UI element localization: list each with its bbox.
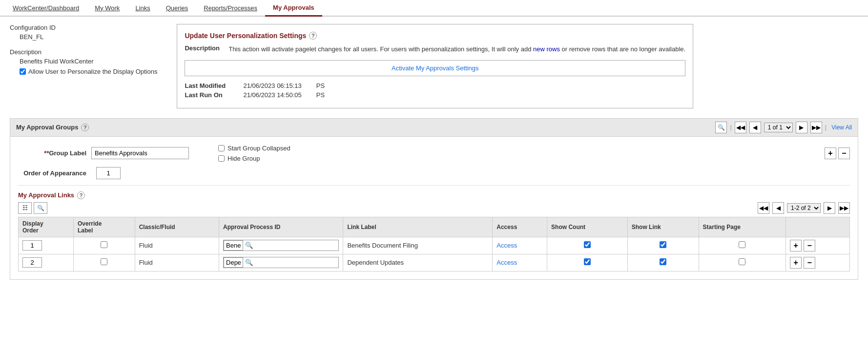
description-label: Description bbox=[10, 48, 157, 56]
links-toolbar-left: ☷ 🔍 bbox=[18, 202, 47, 214]
last-run-label: Last Run On bbox=[185, 91, 233, 99]
last-run-row: Last Run On 21/06/2023 14:50:05 PS bbox=[185, 91, 685, 99]
view-all-links-button[interactable]: ☷ bbox=[18, 202, 32, 214]
show-link-cell-1 bbox=[627, 237, 699, 254]
personalization-box: Update User Personalization Settings ? D… bbox=[177, 24, 693, 108]
starting-page-cell-1 bbox=[699, 237, 786, 254]
approval-groups-content: **Group Label Start Group Collapsed Hide… bbox=[10, 137, 858, 280]
th-override-label: OverrideLabel bbox=[74, 217, 135, 237]
pipe-separator2: | bbox=[825, 124, 827, 131]
last-modified-row: Last Modified 21/06/2023 06:15:13 PS bbox=[185, 82, 685, 89]
show-link-checkbox-1[interactable] bbox=[660, 241, 666, 248]
approval-groups-title: My Approval Groups ? bbox=[16, 124, 89, 131]
show-link-cell-2 bbox=[627, 254, 699, 271]
hide-group-checkbox[interactable] bbox=[218, 155, 225, 162]
add-row-btn-2[interactable]: + bbox=[790, 257, 802, 269]
process-id-search-btn-2[interactable]: 🔍 bbox=[243, 258, 255, 267]
classic-fluid-cell-1: Fluid bbox=[135, 237, 219, 254]
add-group-button[interactable]: + bbox=[825, 147, 836, 159]
description-row: Description This action will activate pa… bbox=[185, 44, 685, 54]
access-link-1[interactable]: Access bbox=[496, 242, 517, 249]
nav-mywork[interactable]: My Work bbox=[87, 0, 127, 16]
approval-links-title: My Approval Links ? bbox=[18, 191, 850, 199]
link-label-cell-2: Dependent Updates bbox=[343, 254, 493, 271]
remove-row-btn-1[interactable]: − bbox=[804, 240, 815, 251]
start-group-collapsed-checkbox[interactable] bbox=[218, 145, 225, 151]
links-toolbar: ☷ 🔍 ◀◀ ◀ 1-2 of 2 ▶ ▶▶ bbox=[18, 202, 850, 214]
search-groups-button[interactable]: 🔍 bbox=[715, 122, 727, 133]
th-actions bbox=[786, 217, 850, 237]
nav-myapprovals[interactable]: My Approvals bbox=[265, 0, 322, 17]
show-count-cell-1 bbox=[547, 237, 628, 254]
activate-button[interactable]: Activate My Approvals Settings bbox=[185, 60, 685, 76]
prev-page-button[interactable]: ◀ bbox=[749, 122, 761, 133]
order-label: Order of Appearance bbox=[18, 169, 86, 177]
approval-groups-help-icon[interactable]: ? bbox=[81, 124, 89, 131]
show-count-checkbox-2[interactable] bbox=[584, 258, 591, 265]
display-order-input-2[interactable] bbox=[22, 257, 42, 268]
show-count-cell-2 bbox=[547, 254, 628, 271]
nav-workcenter[interactable]: WorkCenter/Dashboard bbox=[5, 0, 87, 16]
add-row-btn-1[interactable]: + bbox=[790, 240, 802, 251]
process-id-search-2: 🔍 bbox=[223, 257, 339, 268]
config-id-label: Configuration ID bbox=[10, 24, 157, 31]
view-all-link[interactable]: View All bbox=[831, 124, 852, 131]
group-label-row: **Group Label Start Group Collapsed Hide… bbox=[18, 145, 850, 162]
th-show-link: Show Link bbox=[627, 217, 699, 237]
search-links-button[interactable]: 🔍 bbox=[34, 202, 47, 214]
links-prev-button[interactable]: ◀ bbox=[772, 202, 784, 214]
hide-group-label: Hide Group bbox=[227, 155, 260, 162]
links-first-button[interactable]: ◀◀ bbox=[758, 202, 769, 214]
last-run-user: PS bbox=[316, 91, 325, 99]
table-header-row: DisplayOrder OverrideLabel Classic/Fluid… bbox=[19, 217, 850, 237]
process-id-input-2[interactable] bbox=[224, 257, 243, 268]
starting-page-checkbox-1[interactable] bbox=[739, 241, 745, 248]
display-order-cell-2 bbox=[19, 254, 74, 271]
override-label-checkbox-1[interactable] bbox=[101, 241, 107, 248]
link-label-cell-1: Benefits Document Filing bbox=[343, 237, 493, 254]
nav-links[interactable]: Links bbox=[127, 0, 158, 16]
remove-row-btn-2[interactable]: − bbox=[804, 257, 815, 269]
links-page-select[interactable]: 1-2 of 2 bbox=[787, 203, 821, 213]
process-id-search-btn-1[interactable]: 🔍 bbox=[243, 241, 255, 250]
group-label-input[interactable] bbox=[91, 147, 189, 159]
last-modified-value: 21/06/2023 06:15:13 bbox=[243, 82, 301, 89]
remove-group-button[interactable]: − bbox=[838, 147, 850, 159]
override-label-cell-2 bbox=[74, 254, 135, 271]
links-next-button[interactable]: ▶ bbox=[824, 202, 835, 214]
nav-queries[interactable]: Queries bbox=[158, 0, 196, 16]
approval-links-section: My Approval Links ? ☷ 🔍 ◀◀ ◀ 1-2 of 2 bbox=[18, 191, 850, 272]
access-link-2[interactable]: Access bbox=[496, 259, 517, 266]
links-last-button[interactable]: ▶▶ bbox=[838, 202, 850, 214]
nav-reports[interactable]: Reports/Processes bbox=[196, 0, 265, 16]
starting-page-cell-2 bbox=[699, 254, 786, 271]
th-approval-process-id: Approval Process ID bbox=[219, 217, 343, 237]
page-select[interactable]: 1 of 1 bbox=[764, 123, 793, 132]
pipe-separator: | bbox=[730, 124, 731, 131]
personalization-help-icon[interactable]: ? bbox=[309, 32, 317, 40]
start-group-collapsed-label: Start Group Collapsed bbox=[227, 145, 290, 152]
approval-process-id-cell-2: 🔍 bbox=[219, 254, 343, 271]
approval-groups-section: My Approval Groups ? 🔍 | ◀◀ ◀ 1 of 1 ▶ ▶… bbox=[10, 118, 858, 280]
main-content: Configuration ID BEN_FL Description Bene… bbox=[0, 17, 868, 297]
starting-page-checkbox-2[interactable] bbox=[739, 258, 745, 265]
table-row: Fluid 🔍 Benefits Document Filing Access bbox=[19, 237, 850, 254]
next-page-button[interactable]: ▶ bbox=[796, 122, 807, 133]
override-label-cell-1 bbox=[74, 237, 135, 254]
show-link-checkbox-2[interactable] bbox=[660, 258, 666, 265]
order-input[interactable] bbox=[96, 167, 121, 179]
last-modified-user: PS bbox=[316, 82, 325, 89]
process-id-search-1: 🔍 bbox=[223, 240, 339, 251]
th-show-count: Show Count bbox=[547, 217, 628, 237]
last-page-button[interactable]: ▶▶ bbox=[810, 122, 822, 133]
display-order-input-1[interactable] bbox=[22, 240, 42, 251]
config-id-value: BEN_FL bbox=[20, 33, 157, 41]
approval-links-help-icon[interactable]: ? bbox=[77, 191, 85, 199]
override-label-checkbox-2[interactable] bbox=[101, 258, 107, 265]
order-row: Order of Appearance bbox=[18, 167, 850, 179]
personalize-checkbox[interactable] bbox=[20, 68, 26, 75]
show-count-checkbox-1[interactable] bbox=[584, 241, 591, 248]
first-page-button[interactable]: ◀◀ bbox=[735, 122, 746, 133]
th-link-label: Link Label bbox=[343, 217, 493, 237]
process-id-input-1[interactable] bbox=[224, 240, 243, 251]
